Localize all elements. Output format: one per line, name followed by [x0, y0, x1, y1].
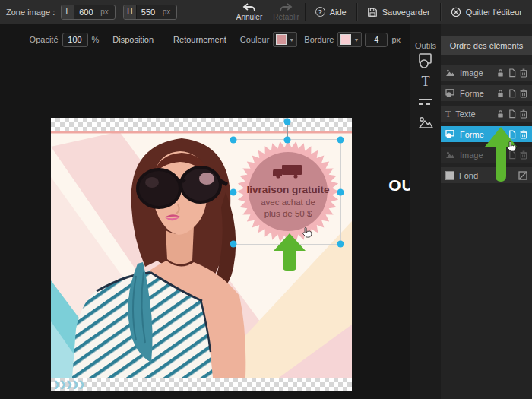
height-field-tag: H [124, 5, 137, 19]
trash-icon[interactable] [520, 109, 527, 119]
color-label: Couleur [240, 35, 270, 44]
layer-label: Forme [460, 130, 484, 139]
tools-panel: Outils T [410, 24, 441, 399]
chevron-down-icon: ▼ [289, 37, 294, 43]
border-color-swatch-button[interactable]: ▼ [337, 32, 362, 47]
layer-label: Fond [459, 171, 478, 180]
trash-icon[interactable] [520, 68, 527, 78]
shape-layer-icon [445, 130, 455, 138]
lock-icon[interactable] [496, 68, 505, 78]
height-field[interactable]: H 550 px [123, 5, 178, 20]
top-bar: Zone image : L 600 px H 550 px Annuler R… [0, 0, 532, 24]
layer-label: Image [460, 150, 483, 160]
shapes-tool-icon [417, 52, 434, 69]
right-sidebar: Outils T Ordre des éléments [410, 24, 532, 399]
duplicate-icon[interactable] [508, 89, 516, 98]
width-field-tag: L [62, 5, 74, 19]
border-label: Bordure [304, 35, 334, 44]
border-color-swatch [340, 34, 351, 45]
shapes-tool-button[interactable] [410, 50, 441, 71]
undo-icon [242, 3, 256, 12]
layer-row-text[interactable]: T Texte [441, 106, 532, 122]
opacity-input[interactable]: 100 [62, 33, 88, 47]
trash-icon[interactable] [520, 150, 527, 160]
layer-row-image-top[interactable]: Image [441, 65, 532, 81]
hand-cursor-icon [505, 140, 520, 155]
undo-button[interactable]: Annuler [231, 0, 268, 24]
layer-label: Forme [460, 89, 484, 98]
layers-panel-title: Ordre des éléments [441, 36, 532, 55]
opacity-label: Opacité [30, 35, 59, 44]
resize-handle-right[interactable] [337, 188, 344, 195]
redo-button[interactable]: Rétablir [268, 0, 304, 24]
color-swatch [276, 34, 287, 45]
width-field-value[interactable]: 600 [74, 8, 99, 17]
layer-label: Image [460, 68, 483, 78]
flip-button[interactable]: Retournement [173, 35, 226, 44]
lock-icon[interactable] [496, 89, 505, 98]
layer-row-shape-top[interactable]: Forme [441, 85, 532, 101]
selection-bounding-box[interactable] [233, 139, 341, 245]
resize-handle-top[interactable] [283, 137, 290, 144]
redo-label: Rétablir [273, 13, 299, 21]
help-button[interactable]: ? Aide [306, 0, 356, 24]
quit-button[interactable]: Quitter l'éditeur [441, 0, 532, 24]
chevron-watermark: ❯❯❯❯❯ [53, 379, 84, 389]
redo-icon [279, 3, 293, 12]
resize-handle-bottom-left[interactable] [230, 241, 237, 248]
duplicate-icon[interactable] [508, 68, 516, 78]
border-unit: px [391, 35, 401, 44]
hand-cursor-icon [300, 226, 315, 241]
tools-panel-title: Outils [410, 41, 436, 50]
green-arrow-annotation [483, 126, 518, 185]
transparent-background-icon[interactable] [518, 171, 527, 180]
image-tool-icon [417, 115, 434, 130]
lock-icon[interactable] [496, 109, 505, 119]
trash-icon[interactable] [520, 130, 527, 139]
resize-handle-left[interactable] [230, 188, 237, 195]
lines-tool-icon [417, 97, 434, 107]
editor-window: Zone image : L 600 px H 550 px Annuler R… [0, 0, 532, 399]
resize-handle-top-left[interactable] [230, 137, 237, 144]
width-field-unit: px [99, 8, 115, 16]
save-icon [367, 7, 378, 17]
zone-image-label: Zone image : [6, 8, 55, 17]
text-layer-icon: T [445, 109, 451, 119]
layer-label: Texte [455, 109, 475, 119]
background-layer-icon [445, 171, 454, 180]
text-tool-button[interactable]: T [410, 71, 441, 91]
color-swatch-button[interactable]: ▼ [273, 32, 297, 47]
help-label: Aide [330, 8, 347, 17]
width-field[interactable]: L 600 px [61, 5, 116, 20]
trash-icon[interactable] [520, 89, 527, 98]
resize-handle-top-right[interactable] [337, 137, 344, 144]
artboard[interactable]: livraison gratuite avec achat de plus de… [51, 118, 352, 391]
border-width-input[interactable]: 4 [365, 33, 388, 47]
rotation-handle[interactable] [283, 119, 290, 125]
height-field-value[interactable]: 550 [137, 8, 161, 17]
opacity-unit: % [92, 35, 100, 44]
text-tool-icon: T [422, 74, 430, 88]
height-field-unit: px [161, 8, 177, 16]
resize-handle-bottom-right[interactable] [337, 241, 344, 248]
save-button[interactable]: Sauvegarder [357, 0, 440, 24]
duplicate-icon[interactable] [508, 109, 516, 119]
disposition-button[interactable]: Disposition [112, 35, 154, 44]
undo-label: Annuler [236, 13, 262, 21]
image-layer-icon [445, 150, 455, 159]
chevron-down-icon: ▼ [353, 37, 359, 43]
image-tool-button[interactable] [410, 112, 441, 132]
quit-label: Quitter l'éditeur [466, 8, 522, 17]
image-layer-icon [445, 68, 455, 77]
quit-icon [451, 7, 461, 17]
options-toolbar: Opacité 100 % Disposition Retournement C… [0, 24, 410, 55]
save-label: Sauvegarder [382, 8, 430, 17]
shape-layer-icon [445, 89, 455, 97]
layers-panel: Ordre des éléments Image [441, 24, 532, 399]
help-icon: ? [315, 7, 325, 17]
lines-tool-button[interactable] [410, 91, 441, 112]
